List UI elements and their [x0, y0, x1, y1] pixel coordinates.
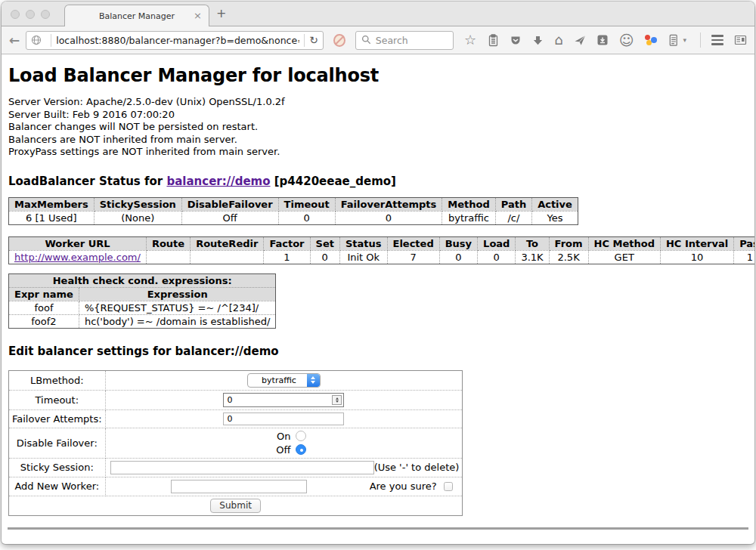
- add-worker-label: Add New Worker:: [9, 477, 106, 496]
- table-title-row: Health check cond. expressions:: [9, 273, 276, 287]
- chat-smiley-icon[interactable]: ☺: [619, 34, 634, 46]
- table-row: http://www.example.com/ 1 0 Init Ok 7 0 …: [9, 250, 755, 264]
- health-check-table: Health check cond. expressions: Expr nam…: [8, 273, 276, 329]
- cell-expression: %{REQUEST_STATUS} =~ /^[234]/: [79, 301, 276, 314]
- proxypass-notice-line: ProxyPass settings are NOT inherited fro…: [8, 146, 748, 159]
- edit-balancer-heading: Edit balancer settings for balancer://de…: [8, 345, 748, 358]
- cell-elected: 7: [387, 250, 439, 264]
- col-header: HC Interval: [660, 236, 733, 250]
- table-header-row: Expr name Expression: [9, 287, 276, 301]
- col-header: Status: [339, 236, 387, 250]
- col-header: From: [549, 236, 588, 250]
- back-icon[interactable]: ←: [9, 32, 20, 48]
- col-header: StickySession: [94, 197, 181, 211]
- col-header: Active: [532, 197, 578, 211]
- add-worker-input[interactable]: [171, 480, 307, 493]
- tab-bar: Balancer Manager × +: [2, 2, 754, 26]
- sticky-session-label: Sticky Session:: [9, 458, 106, 477]
- cell-factor: 1: [264, 250, 310, 264]
- newspaper-icon[interactable]: [734, 34, 747, 46]
- window-zoom-button[interactable]: [41, 10, 50, 19]
- new-tab-button[interactable]: +: [216, 8, 226, 20]
- cell-failoverattempts: 0: [335, 211, 442, 224]
- search-icon: [361, 33, 371, 48]
- form-row-sticky: Sticky Session: (Use '-' to delete): [9, 458, 463, 477]
- radio-on-label: On: [277, 431, 290, 442]
- failover-off-radio[interactable]: [296, 444, 306, 455]
- bookmark-star-icon[interactable]: ☆: [464, 34, 476, 46]
- tab-balancer-manager[interactable]: Balancer Manager ×: [64, 5, 209, 26]
- form-row-submit: Submit: [9, 496, 463, 515]
- clipboard-icon[interactable]: [487, 34, 499, 47]
- col-header: DisableFailover: [181, 197, 278, 211]
- select-arrows-icon: [307, 374, 320, 387]
- form-row-lbmethod: LBmethod: bytraffic: [9, 370, 463, 390]
- download-arrow-icon[interactable]: [532, 35, 544, 46]
- are-you-sure-checkbox[interactable]: [444, 482, 453, 491]
- col-header: RouteRedir: [191, 236, 264, 250]
- cell-route: [146, 250, 190, 264]
- toolbar-icons: ☆ ⌂: [464, 32, 747, 48]
- cell-worker-url: http://www.example.com/: [9, 250, 147, 264]
- lbmethod-select[interactable]: bytraffic: [247, 373, 321, 388]
- pocket-icon[interactable]: [510, 35, 522, 46]
- lbmethod-label: LBmethod:: [9, 370, 106, 390]
- server-info: Server Version: Apache/2.5.0-dev (Unix) …: [8, 96, 748, 159]
- window-minimize-button[interactable]: [26, 10, 35, 19]
- timeout-label: Timeout:: [9, 390, 106, 409]
- col-header: To: [516, 236, 549, 250]
- url-text[interactable]: localhost:8880/balancer-manager?b=demo&n…: [56, 35, 299, 46]
- send-plane-icon[interactable]: [574, 34, 586, 46]
- url-bar[interactable]: localhost:8880/balancer-manager?b=demo&n…: [26, 31, 324, 50]
- persist-notice-line: Balancer changes will NOT be persisted o…: [8, 121, 748, 134]
- cell-timeout: 0: [278, 211, 335, 224]
- reload-icon[interactable]: ↻: [309, 34, 318, 46]
- server-version-line: Server Version: Apache/2.5.0-dev (Unix) …: [8, 96, 748, 109]
- urlbar-divider: [304, 34, 305, 47]
- menu-hamburger-icon[interactable]: [711, 35, 723, 45]
- timeout-input[interactable]: [223, 393, 344, 407]
- globe-icon: [31, 35, 42, 45]
- panel-download-icon[interactable]: [596, 34, 609, 46]
- page-title: Load Balancer Manager for localhost: [8, 65, 748, 86]
- device-list-icon[interactable]: [668, 34, 679, 47]
- navigation-toolbar: ← localhost:8880/balancer-manager?b=demo…: [2, 26, 754, 54]
- failover-on-radio[interactable]: [296, 431, 306, 441]
- tab-close-icon[interactable]: ×: [194, 11, 202, 20]
- submit-button[interactable]: Submit: [210, 499, 261, 513]
- cell-busy: 0: [439, 250, 477, 264]
- are-you-sure-label: Are you sure?: [370, 480, 437, 492]
- cell-from: 2.5K: [549, 250, 588, 264]
- failover-attempts-input[interactable]: [223, 412, 344, 425]
- sticky-delete-hint: (Use '-' to delete): [374, 462, 460, 473]
- search-bar[interactable]: Search: [355, 31, 454, 50]
- add-worker-field: Are you sure?: [105, 477, 463, 496]
- lbmethod-field: bytraffic: [105, 370, 463, 390]
- radio-off-label: Off: [276, 444, 290, 456]
- status-heading-suffix: [p4420eeae_demo]: [271, 175, 396, 188]
- failover-attempts-field: [105, 409, 463, 428]
- colored-dots-extension-icon[interactable]: [644, 34, 657, 46]
- cell-routeredir: [191, 250, 264, 264]
- submit-cell: Submit: [9, 496, 463, 515]
- window-close-button[interactable]: [11, 10, 20, 19]
- col-header: Timeout: [278, 197, 335, 211]
- worker-url-link[interactable]: http://www.example.com/: [14, 252, 141, 263]
- balancer-settings-form: LBmethod: bytraffic Timeout:: [8, 370, 463, 516]
- col-header: Set: [310, 236, 339, 250]
- balancer-demo-link[interactable]: balancer://demo: [166, 175, 270, 188]
- home-icon[interactable]: ⌂: [554, 34, 562, 46]
- lbmethod-selected-value: bytraffic: [248, 374, 307, 387]
- disable-failover-label: Disable Failover:: [9, 428, 106, 458]
- content-blocker-icon[interactable]: [333, 34, 345, 47]
- sticky-session-input[interactable]: [110, 461, 374, 474]
- urlbar-divider: [51, 34, 51, 47]
- cell-expr-name: foof2: [9, 314, 79, 328]
- cell-set: 0: [310, 250, 339, 264]
- disable-failover-field: On Off: [105, 428, 463, 458]
- col-header: Worker URL: [9, 236, 147, 250]
- cell-passes: 1 (0): [734, 250, 754, 264]
- chevron-down-icon[interactable]: ▾: [683, 36, 686, 44]
- loadbalancer-status-heading: LoadBalancer Status for balancer://demo …: [8, 175, 748, 188]
- number-spinner-icon[interactable]: [332, 395, 342, 405]
